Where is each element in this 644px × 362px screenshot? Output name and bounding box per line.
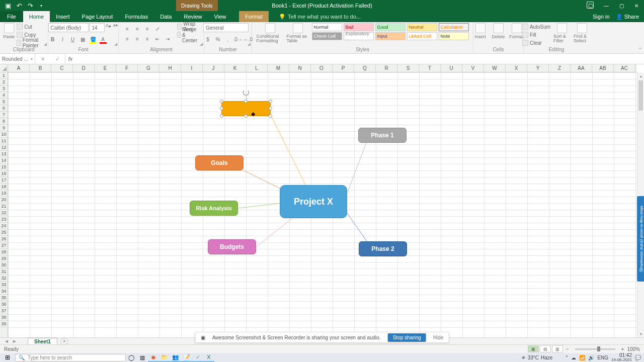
shape-phase-1[interactable]: Phase 1 [358, 128, 407, 143]
column-header-F[interactable]: F [116, 64, 138, 72]
cell-style-input[interactable]: Input [375, 32, 406, 40]
volume-icon[interactable]: 🔊 [588, 355, 594, 360]
todo-icon[interactable]: ✓ [192, 353, 203, 362]
font-size-combobox[interactable]: 14 [90, 23, 105, 32]
tab-insert[interactable]: Insert [50, 11, 76, 22]
underline-button[interactable]: U [68, 35, 77, 44]
find-select-button[interactable]: Find & Select [574, 23, 591, 43]
resize-handle-sw[interactable] [220, 114, 223, 118]
font-color-button[interactable]: A [99, 35, 108, 44]
align-center-icon[interactable]: ≡ [133, 34, 142, 43]
resize-handle-nw[interactable] [220, 100, 223, 103]
tab-review[interactable]: Review [178, 11, 208, 22]
comma-format-icon[interactable]: , [223, 35, 232, 44]
increase-font-icon[interactable]: A▴ [106, 23, 112, 32]
orientation-icon[interactable]: ⤢ [153, 24, 162, 33]
sign-in-link[interactable]: Sign in [593, 14, 610, 20]
column-header-AA[interactable]: AA [571, 64, 592, 72]
column-header-J[interactable]: J [203, 64, 224, 72]
decrease-font-icon[interactable]: A▾ [113, 23, 119, 32]
column-header-Y[interactable]: Y [527, 64, 549, 72]
cell-style-calculation[interactable]: Calculation [439, 23, 469, 31]
row-header-10[interactable]: 10 [0, 131, 8, 138]
cell-style-linked-cell[interactable]: Linked Cell [407, 32, 437, 40]
column-header-D[interactable]: D [73, 64, 95, 72]
tab-page-layout[interactable]: Page Layout [76, 11, 119, 22]
resize-handle-s[interactable] [244, 114, 248, 118]
number-format-combobox[interactable]: General [203, 23, 249, 32]
row-header-33[interactable]: 33 [0, 282, 8, 288]
column-header-Q[interactable]: Q [354, 64, 376, 72]
tab-formulas[interactable]: Formulas [119, 11, 154, 22]
view-normal-button[interactable]: ▦ [528, 345, 539, 352]
indent-increase-icon[interactable]: ⇥ [163, 34, 172, 43]
redo-icon[interactable]: ↷ [26, 2, 34, 10]
percent-format-icon[interactable]: % [213, 35, 222, 44]
column-header-AC[interactable]: AC [614, 64, 635, 72]
row-header-6[interactable]: 6 [0, 105, 8, 112]
share-button[interactable]: 👤Share [616, 14, 639, 20]
column-header-A[interactable]: A [8, 64, 30, 72]
notes-icon[interactable]: 📝 [181, 353, 192, 362]
excel-taskbar-icon[interactable]: X [203, 353, 214, 362]
sheet-tab-sheet1[interactable]: Sheet1 [28, 338, 57, 345]
chrome-icon[interactable]: ◉ [148, 353, 159, 362]
context-tab-drawing-tools[interactable]: Drawing Tools [176, 0, 218, 11]
scroll-up-icon[interactable]: ▴ [637, 72, 644, 79]
conditional-formatting-button[interactable]: Conditional Formatting [257, 23, 284, 43]
shape-risk-analysis[interactable]: Risk Analysis [190, 201, 238, 216]
column-header-H[interactable]: H [159, 64, 181, 72]
row-header-32[interactable]: 32 [0, 275, 8, 282]
tray-chevron-icon[interactable]: ˄ [566, 355, 568, 360]
align-bottom-icon[interactable]: ≡ [143, 24, 152, 33]
row-header-16[interactable]: 16 [0, 170, 8, 177]
cell-style-bad[interactable]: Bad [344, 23, 374, 31]
number-dialog-launcher[interactable]: ◢ [248, 42, 251, 46]
ribbon-display-options-icon[interactable]: ▢ [587, 2, 594, 9]
format-painter-button[interactable]: Format Painter [17, 39, 45, 46]
align-right-icon[interactable]: ≡ [143, 34, 152, 43]
hide-share-bar-button[interactable]: Hide [433, 335, 444, 340]
tab-view[interactable]: View [208, 11, 232, 22]
font-dialog-launcher[interactable]: ◢ [114, 42, 117, 46]
stop-sharing-button[interactable]: Stop sharing [388, 333, 426, 342]
align-top-icon[interactable]: ≡ [123, 24, 132, 33]
cell-style-explanatory[interactable]: Explanatory ... [344, 32, 374, 40]
row-header-22[interactable]: 22 [0, 210, 8, 216]
row-header-28[interactable]: 28 [0, 249, 8, 255]
row-header-34[interactable]: 34 [0, 288, 8, 295]
teams-icon[interactable]: 👥 [170, 353, 181, 362]
column-header-C[interactable]: C [51, 64, 73, 72]
side-panel-tab[interactable]: Mind map in excel (Esha Verma/Aug) [637, 196, 644, 282]
column-header-I[interactable]: I [181, 64, 203, 72]
row-header-8[interactable]: 8 [0, 118, 8, 125]
row-header-37[interactable]: 37 [0, 308, 8, 314]
column-header-R[interactable]: R [376, 64, 397, 72]
row-header-27[interactable]: 27 [0, 242, 8, 249]
resize-handle-e[interactable] [269, 107, 272, 110]
row-header-17[interactable]: 17 [0, 177, 8, 184]
paste-button[interactable]: Paste [3, 23, 15, 39]
zoom-slider[interactable] [575, 348, 615, 350]
row-header-3[interactable]: 3 [0, 85, 8, 92]
row-header-20[interactable]: 20 [0, 197, 8, 203]
enter-formula-icon[interactable]: ✓ [55, 56, 59, 62]
column-header-E[interactable]: E [95, 64, 116, 72]
explorer-icon[interactable]: 📁 [159, 353, 170, 362]
row-header-2[interactable]: 2 [0, 79, 8, 85]
column-header-N[interactable]: N [289, 64, 311, 72]
column-header-G[interactable]: G [138, 64, 159, 72]
row-header-5[interactable]: 5 [0, 99, 8, 105]
cell-style-good[interactable]: Good [375, 23, 406, 31]
merge-center-button[interactable]: Merge & Center [177, 31, 200, 38]
column-header-P[interactable]: P [333, 64, 354, 72]
resize-handle-ne[interactable] [269, 100, 272, 103]
clock[interactable]: 01:42 19-08-2021 [611, 353, 632, 362]
column-header-AB[interactable]: AB [592, 64, 614, 72]
column-header-S[interactable]: S [397, 64, 419, 72]
column-header-V[interactable]: V [462, 64, 484, 72]
row-header-35[interactable]: 35 [0, 295, 8, 301]
notifications-icon[interactable]: 💬 [635, 355, 641, 360]
taskbar-search[interactable]: 🔍 Type here to search [15, 354, 126, 361]
format-as-table-button[interactable]: Format as Table [287, 23, 309, 43]
